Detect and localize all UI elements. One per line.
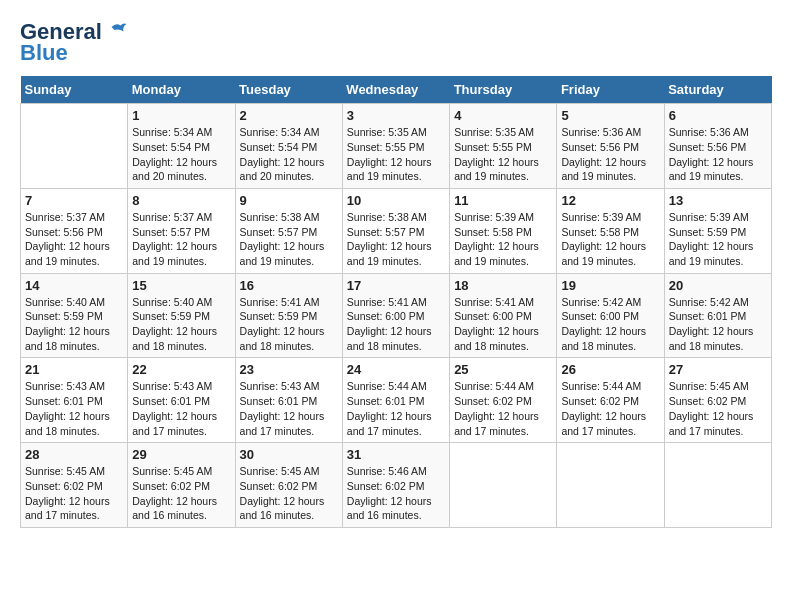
day-number: 21 — [25, 362, 123, 377]
day-number: 16 — [240, 278, 338, 293]
calendar-cell: 15Sunrise: 5:40 AM Sunset: 5:59 PM Dayli… — [128, 273, 235, 358]
day-info: Sunrise: 5:44 AM Sunset: 6:02 PM Dayligh… — [454, 379, 552, 438]
day-info: Sunrise: 5:35 AM Sunset: 5:55 PM Dayligh… — [347, 125, 445, 184]
calendar-cell: 21Sunrise: 5:43 AM Sunset: 6:01 PM Dayli… — [21, 358, 128, 443]
calendar-cell: 14Sunrise: 5:40 AM Sunset: 5:59 PM Dayli… — [21, 273, 128, 358]
day-info: Sunrise: 5:34 AM Sunset: 5:54 PM Dayligh… — [132, 125, 230, 184]
calendar-cell: 11Sunrise: 5:39 AM Sunset: 5:58 PM Dayli… — [450, 188, 557, 273]
day-info: Sunrise: 5:45 AM Sunset: 6:02 PM Dayligh… — [240, 464, 338, 523]
calendar-week-row: 1Sunrise: 5:34 AM Sunset: 5:54 PM Daylig… — [21, 104, 772, 189]
day-info: Sunrise: 5:39 AM Sunset: 5:59 PM Dayligh… — [669, 210, 767, 269]
day-number: 27 — [669, 362, 767, 377]
day-info: Sunrise: 5:37 AM Sunset: 5:57 PM Dayligh… — [132, 210, 230, 269]
day-number: 1 — [132, 108, 230, 123]
calendar-week-row: 21Sunrise: 5:43 AM Sunset: 6:01 PM Dayli… — [21, 358, 772, 443]
day-number: 10 — [347, 193, 445, 208]
day-number: 13 — [669, 193, 767, 208]
day-info: Sunrise: 5:38 AM Sunset: 5:57 PM Dayligh… — [347, 210, 445, 269]
day-info: Sunrise: 5:45 AM Sunset: 6:02 PM Dayligh… — [25, 464, 123, 523]
header-friday: Friday — [557, 76, 664, 104]
day-info: Sunrise: 5:36 AM Sunset: 5:56 PM Dayligh… — [561, 125, 659, 184]
calendar-cell: 26Sunrise: 5:44 AM Sunset: 6:02 PM Dayli… — [557, 358, 664, 443]
calendar-cell: 27Sunrise: 5:45 AM Sunset: 6:02 PM Dayli… — [664, 358, 771, 443]
calendar-cell: 25Sunrise: 5:44 AM Sunset: 6:02 PM Dayli… — [450, 358, 557, 443]
day-number: 17 — [347, 278, 445, 293]
calendar-header-row: SundayMondayTuesdayWednesdayThursdayFrid… — [21, 76, 772, 104]
calendar-table: SundayMondayTuesdayWednesdayThursdayFrid… — [20, 76, 772, 528]
day-number: 23 — [240, 362, 338, 377]
calendar-cell — [557, 443, 664, 528]
day-number: 26 — [561, 362, 659, 377]
day-number: 31 — [347, 447, 445, 462]
calendar-cell: 7Sunrise: 5:37 AM Sunset: 5:56 PM Daylig… — [21, 188, 128, 273]
day-info: Sunrise: 5:37 AM Sunset: 5:56 PM Dayligh… — [25, 210, 123, 269]
day-number: 9 — [240, 193, 338, 208]
day-info: Sunrise: 5:41 AM Sunset: 6:00 PM Dayligh… — [454, 295, 552, 354]
day-number: 28 — [25, 447, 123, 462]
calendar-cell: 17Sunrise: 5:41 AM Sunset: 6:00 PM Dayli… — [342, 273, 449, 358]
day-number: 3 — [347, 108, 445, 123]
header-monday: Monday — [128, 76, 235, 104]
calendar-cell: 29Sunrise: 5:45 AM Sunset: 6:02 PM Dayli… — [128, 443, 235, 528]
calendar-cell: 18Sunrise: 5:41 AM Sunset: 6:00 PM Dayli… — [450, 273, 557, 358]
day-info: Sunrise: 5:36 AM Sunset: 5:56 PM Dayligh… — [669, 125, 767, 184]
header-wednesday: Wednesday — [342, 76, 449, 104]
day-info: Sunrise: 5:45 AM Sunset: 6:02 PM Dayligh… — [669, 379, 767, 438]
logo-bird-icon — [110, 21, 128, 39]
day-number: 20 — [669, 278, 767, 293]
day-info: Sunrise: 5:43 AM Sunset: 6:01 PM Dayligh… — [25, 379, 123, 438]
calendar-cell: 13Sunrise: 5:39 AM Sunset: 5:59 PM Dayli… — [664, 188, 771, 273]
calendar-cell: 22Sunrise: 5:43 AM Sunset: 6:01 PM Dayli… — [128, 358, 235, 443]
day-number: 2 — [240, 108, 338, 123]
day-info: Sunrise: 5:44 AM Sunset: 6:02 PM Dayligh… — [561, 379, 659, 438]
calendar-cell: 30Sunrise: 5:45 AM Sunset: 6:02 PM Dayli… — [235, 443, 342, 528]
header-thursday: Thursday — [450, 76, 557, 104]
calendar-cell: 3Sunrise: 5:35 AM Sunset: 5:55 PM Daylig… — [342, 104, 449, 189]
calendar-cell: 2Sunrise: 5:34 AM Sunset: 5:54 PM Daylig… — [235, 104, 342, 189]
calendar-cell: 5Sunrise: 5:36 AM Sunset: 5:56 PM Daylig… — [557, 104, 664, 189]
calendar-cell: 28Sunrise: 5:45 AM Sunset: 6:02 PM Dayli… — [21, 443, 128, 528]
calendar-cell: 20Sunrise: 5:42 AM Sunset: 6:01 PM Dayli… — [664, 273, 771, 358]
day-number: 18 — [454, 278, 552, 293]
day-number: 30 — [240, 447, 338, 462]
day-number: 15 — [132, 278, 230, 293]
day-info: Sunrise: 5:46 AM Sunset: 6:02 PM Dayligh… — [347, 464, 445, 523]
calendar-cell: 23Sunrise: 5:43 AM Sunset: 6:01 PM Dayli… — [235, 358, 342, 443]
day-info: Sunrise: 5:39 AM Sunset: 5:58 PM Dayligh… — [561, 210, 659, 269]
day-number: 25 — [454, 362, 552, 377]
header-saturday: Saturday — [664, 76, 771, 104]
day-number: 7 — [25, 193, 123, 208]
day-info: Sunrise: 5:40 AM Sunset: 5:59 PM Dayligh… — [132, 295, 230, 354]
calendar-cell: 4Sunrise: 5:35 AM Sunset: 5:55 PM Daylig… — [450, 104, 557, 189]
day-info: Sunrise: 5:34 AM Sunset: 5:54 PM Dayligh… — [240, 125, 338, 184]
day-number: 24 — [347, 362, 445, 377]
calendar-cell: 9Sunrise: 5:38 AM Sunset: 5:57 PM Daylig… — [235, 188, 342, 273]
logo: General Blue — [20, 20, 128, 66]
calendar-week-row: 28Sunrise: 5:45 AM Sunset: 6:02 PM Dayli… — [21, 443, 772, 528]
day-info: Sunrise: 5:40 AM Sunset: 5:59 PM Dayligh… — [25, 295, 123, 354]
day-number: 12 — [561, 193, 659, 208]
day-number: 8 — [132, 193, 230, 208]
calendar-cell: 12Sunrise: 5:39 AM Sunset: 5:58 PM Dayli… — [557, 188, 664, 273]
day-info: Sunrise: 5:42 AM Sunset: 6:01 PM Dayligh… — [669, 295, 767, 354]
calendar-week-row: 14Sunrise: 5:40 AM Sunset: 5:59 PM Dayli… — [21, 273, 772, 358]
calendar-cell: 16Sunrise: 5:41 AM Sunset: 5:59 PM Dayli… — [235, 273, 342, 358]
day-info: Sunrise: 5:43 AM Sunset: 6:01 PM Dayligh… — [240, 379, 338, 438]
day-number: 19 — [561, 278, 659, 293]
day-number: 22 — [132, 362, 230, 377]
page-header: General Blue — [20, 20, 772, 66]
calendar-cell: 6Sunrise: 5:36 AM Sunset: 5:56 PM Daylig… — [664, 104, 771, 189]
day-number: 4 — [454, 108, 552, 123]
calendar-week-row: 7Sunrise: 5:37 AM Sunset: 5:56 PM Daylig… — [21, 188, 772, 273]
header-sunday: Sunday — [21, 76, 128, 104]
header-tuesday: Tuesday — [235, 76, 342, 104]
day-number: 29 — [132, 447, 230, 462]
calendar-cell — [21, 104, 128, 189]
day-info: Sunrise: 5:45 AM Sunset: 6:02 PM Dayligh… — [132, 464, 230, 523]
day-number: 11 — [454, 193, 552, 208]
calendar-cell: 8Sunrise: 5:37 AM Sunset: 5:57 PM Daylig… — [128, 188, 235, 273]
calendar-cell: 31Sunrise: 5:46 AM Sunset: 6:02 PM Dayli… — [342, 443, 449, 528]
day-info: Sunrise: 5:43 AM Sunset: 6:01 PM Dayligh… — [132, 379, 230, 438]
day-number: 14 — [25, 278, 123, 293]
day-info: Sunrise: 5:41 AM Sunset: 5:59 PM Dayligh… — [240, 295, 338, 354]
